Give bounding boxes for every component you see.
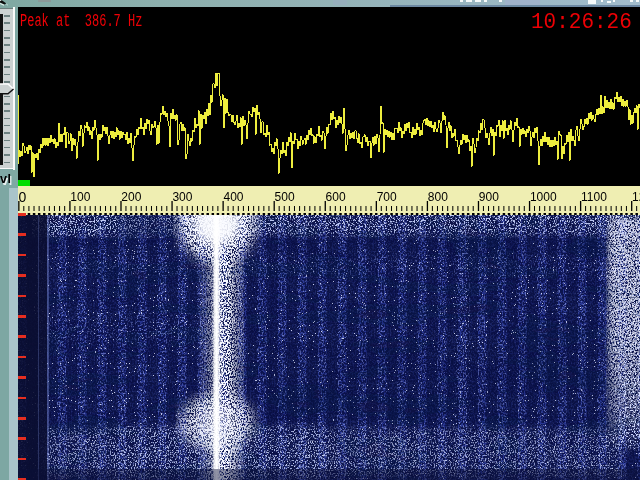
svg-text:900: 900 bbox=[479, 190, 499, 204]
svg-text:1200: 1200 bbox=[632, 190, 640, 204]
svg-text:1100: 1100 bbox=[581, 190, 607, 204]
svg-text:0: 0 bbox=[19, 189, 27, 205]
svg-text:800: 800 bbox=[428, 190, 448, 204]
svg-text:600: 600 bbox=[326, 190, 346, 204]
svg-text:700: 700 bbox=[377, 190, 397, 204]
svg-text:200: 200 bbox=[121, 190, 141, 204]
svg-text:500: 500 bbox=[275, 190, 295, 204]
svg-text:400: 400 bbox=[224, 190, 244, 204]
svg-text:100: 100 bbox=[70, 190, 90, 204]
svg-text:1000: 1000 bbox=[530, 190, 557, 204]
svg-text:300: 300 bbox=[172, 190, 192, 204]
